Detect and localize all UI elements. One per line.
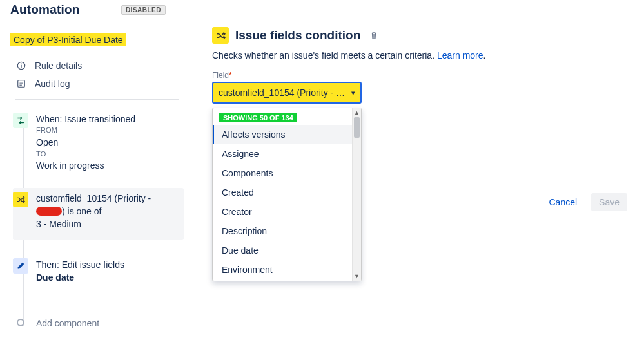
step-condition[interactable]: customfield_10154 (Priority - ) is one o… — [13, 188, 184, 240]
save-button[interactable]: Save — [591, 193, 627, 211]
add-component-label: Add component — [36, 318, 99, 328]
circle-outline-icon — [17, 319, 24, 326]
dropdown-option[interactable]: Creator — [213, 202, 352, 221]
trigger-from-label: FROM — [36, 126, 135, 136]
dropdown-option[interactable]: Affects versions — [213, 125, 352, 144]
action-field: Due date — [36, 271, 124, 284]
scroll-down-icon: ▼ — [354, 272, 360, 281]
condition-operator-select[interactable]: ⌄ — [478, 165, 644, 187]
field-select[interactable]: customfield_10154 (Priority - G... ▾ — [212, 82, 362, 104]
nav-audit-log-label: Audit log — [35, 79, 70, 89]
pencil-icon — [13, 258, 28, 274]
chevron-down-icon: ▾ — [351, 89, 355, 97]
condition-config-panel: Issue fields condition Checks whether an… — [184, 0, 644, 338]
nav-audit-log[interactable]: Audit log — [10, 75, 184, 93]
list-icon — [17, 79, 26, 88]
field-select-value: customfield_10154 (Priority - G... — [219, 88, 347, 98]
nav-rule-details-label: Rule details — [35, 61, 82, 71]
trigger-title: When: Issue transitioned — [36, 113, 135, 126]
page-title: Automation — [10, 3, 80, 17]
svg-rect-2 — [21, 65, 21, 68]
action-title: Then: Edit issue fields — [36, 258, 124, 271]
automation-sidebar: Automation DISABLED Copy of P3-Initial D… — [0, 0, 184, 338]
shuffle-icon — [212, 27, 229, 44]
dropdown-option[interactable]: Due date — [213, 241, 352, 260]
panel-heading: Issue fields condition — [235, 28, 360, 42]
field-label: Field* — [212, 71, 629, 80]
delete-button[interactable] — [369, 31, 378, 40]
trigger-to-value: Work in progress — [36, 159, 135, 172]
rule-name[interactable]: Copy of P3-Initial Due Date — [10, 33, 126, 46]
panel-description: Checks whether an issue's field meets a … — [212, 50, 629, 61]
transition-icon — [13, 113, 28, 128]
trigger-from-value: Open — [36, 136, 135, 149]
learn-more-link[interactable]: Learn more — [437, 50, 483, 61]
svg-point-1 — [21, 64, 22, 65]
dropdown-option[interactable]: Components — [213, 164, 352, 183]
condition-value: 3 - Medium — [36, 218, 151, 230]
divider — [15, 99, 179, 100]
shuffle-icon — [13, 192, 28, 207]
nav-rule-details[interactable]: Rule details — [10, 57, 184, 75]
scroll-thumb[interactable] — [354, 117, 360, 138]
info-circle-icon — [17, 61, 26, 70]
dropdown-scrollbar[interactable]: ▲ ▼ — [352, 108, 361, 281]
dropdown-option[interactable]: Created — [213, 183, 352, 202]
trash-icon — [369, 31, 378, 40]
step-trigger[interactable]: When: Issue transitioned FROM Open TO Wo… — [13, 109, 184, 182]
condition-line1: customfield_10154 (Priority - ) is one o… — [36, 192, 151, 218]
dropdown-option[interactable]: Assignee — [213, 144, 352, 164]
step-action[interactable]: Then: Edit issue fields Due date — [13, 254, 184, 294]
scroll-up-icon: ▲ — [354, 108, 360, 117]
dropdown-results-count: SHOWING 50 OF 134 — [219, 113, 297, 122]
status-badge: DISABLED — [121, 5, 166, 15]
dropdown-option[interactable]: Environment — [213, 260, 352, 279]
field-dropdown: SHOWING 50 OF 134 Affects versions Assig… — [212, 108, 362, 281]
redacted-block — [36, 207, 62, 216]
add-component[interactable]: Add component — [13, 311, 184, 338]
dropdown-option[interactable]: Description — [213, 221, 352, 241]
cancel-button[interactable]: Cancel — [543, 193, 582, 211]
trigger-to-label: TO — [36, 149, 135, 160]
